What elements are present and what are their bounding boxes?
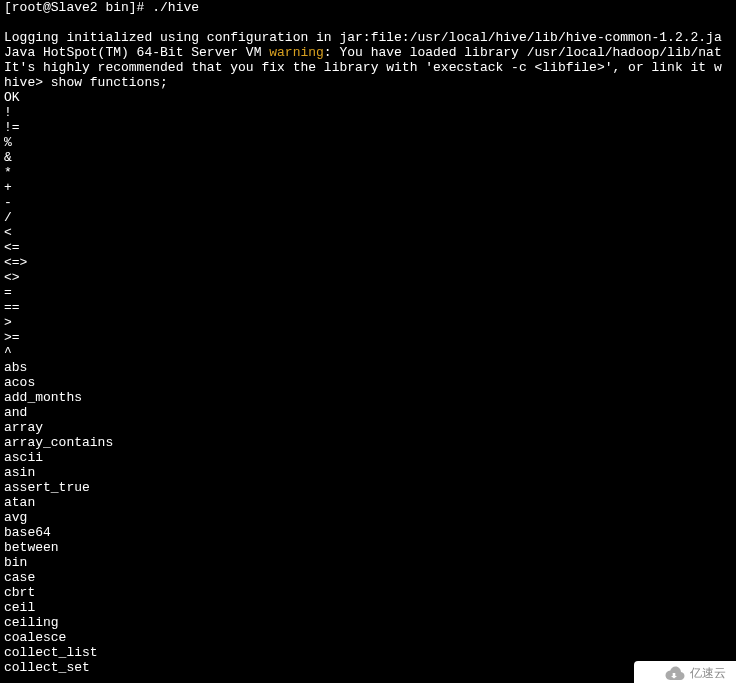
function-item: coalesce (4, 630, 732, 645)
java-warning-line: Java HotSpot(TM) 64-Bit Server VM warnin… (4, 45, 732, 60)
watermark: 亿速云 (634, 661, 736, 683)
function-item: base64 (4, 525, 732, 540)
function-item: case (4, 570, 732, 585)
function-item: & (4, 150, 732, 165)
ok-line: OK (4, 90, 732, 105)
function-item: != (4, 120, 732, 135)
function-item: ascii (4, 450, 732, 465)
function-item: % (4, 135, 732, 150)
function-item: ceiling (4, 615, 732, 630)
function-item: assert_true (4, 480, 732, 495)
java-suffix: : You have loaded library /usr/local/had… (324, 45, 722, 60)
warning-keyword: warning (269, 45, 324, 60)
function-item: ! (4, 105, 732, 120)
functions-list: !!=%&*+-/<<=<=><>===>>=^absacosadd_month… (4, 105, 732, 675)
function-item: acos (4, 375, 732, 390)
function-item: collect_list (4, 645, 732, 660)
function-item: < (4, 225, 732, 240)
function-item: <= (4, 240, 732, 255)
function-item: <> (4, 270, 732, 285)
function-item: cbrt (4, 585, 732, 600)
function-item: bin (4, 555, 732, 570)
java-prefix: Java HotSpot(TM) 64-Bit Server VM (4, 45, 269, 60)
function-item: > (4, 315, 732, 330)
function-item: >= (4, 330, 732, 345)
function-item: = (4, 285, 732, 300)
cloud-icon (662, 665, 686, 681)
function-item: / (4, 210, 732, 225)
function-item: atan (4, 495, 732, 510)
hive-command: hive> show functions; (4, 75, 732, 90)
terminal-output: [root@Slave2 bin]# ./hive Logging initia… (0, 0, 736, 675)
function-item: array_contains (4, 435, 732, 450)
function-item: collect_set (4, 660, 732, 675)
function-item: array (4, 420, 732, 435)
shell-prompt: [root@Slave2 bin]# ./hive (4, 0, 732, 15)
log-line: Logging initialized using configuration … (4, 30, 732, 45)
function-item: between (4, 540, 732, 555)
function-item: and (4, 405, 732, 420)
blank-line (4, 15, 732, 30)
recommendation-line: It's highly recommended that you fix the… (4, 60, 732, 75)
function-item: ^ (4, 345, 732, 360)
watermark-text: 亿速云 (690, 666, 726, 681)
function-item: avg (4, 510, 732, 525)
function-item: ceil (4, 600, 732, 615)
function-item: add_months (4, 390, 732, 405)
function-item: * (4, 165, 732, 180)
function-item: asin (4, 465, 732, 480)
function-item: == (4, 300, 732, 315)
function-item: <=> (4, 255, 732, 270)
function-item: abs (4, 360, 732, 375)
function-item: - (4, 195, 732, 210)
function-item: + (4, 180, 732, 195)
